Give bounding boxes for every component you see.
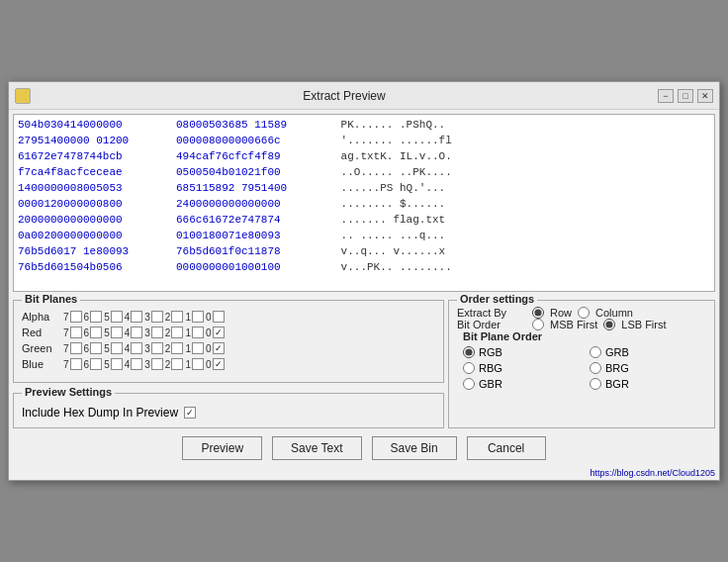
bit-checkbox[interactable] [213, 342, 225, 354]
msb-first-label: MSB First [550, 319, 597, 330]
bit-checkbox[interactable] [90, 342, 102, 354]
bit-planes-title: Bit Planes [22, 293, 80, 305]
bit-number: 0 [206, 312, 212, 323]
bit-checkbox[interactable] [90, 327, 102, 338]
bit-number: 2 [165, 359, 171, 370]
bit-checkbox[interactable] [70, 342, 82, 354]
bit-item: 4 [125, 358, 143, 370]
bpo-radio[interactable] [590, 346, 601, 358]
bit-item: 7 [63, 358, 82, 370]
bit-checkbox[interactable] [151, 327, 163, 338]
bit-checkbox[interactable] [171, 327, 183, 338]
app-icon [15, 88, 31, 104]
bit-number: 7 [63, 312, 69, 323]
bit-checkbox[interactable] [111, 358, 123, 370]
bit-number: 0 [206, 359, 212, 370]
table-row: 76b5d6017 1e80093 76b5d601f0c11878 v..q.… [18, 243, 710, 259]
bit-item: 2 [165, 342, 184, 354]
bit-checkbox[interactable] [151, 311, 163, 323]
maximize-button[interactable]: □ [678, 89, 693, 103]
preview-col2: 0500504b01021f00 [176, 164, 334, 180]
bit-checkbox[interactable] [131, 358, 142, 370]
bpo-radio[interactable] [590, 378, 601, 390]
preview-col2: 2400000000000000 [176, 196, 334, 212]
bpo-radio[interactable] [463, 378, 475, 390]
bpo-label: BRG [605, 362, 629, 374]
bit-checkbox[interactable] [70, 358, 82, 370]
cancel-button[interactable]: Cancel [467, 436, 546, 460]
bit-checkbox[interactable] [213, 358, 225, 370]
preview-col3: ag.txtK. IL.v..O. [334, 148, 452, 164]
bit-checkbox[interactable] [151, 358, 163, 370]
bit-number: 0 [206, 343, 212, 354]
extract-by-row-radio[interactable] [532, 307, 544, 319]
preview-area[interactable]: 504b030414000000 08000503685 11589 PK...… [13, 114, 715, 292]
bpo-radio[interactable] [463, 346, 475, 358]
bit-item: 1 [185, 342, 204, 354]
bit-number: 6 [84, 328, 90, 338]
bit-row-label: Green [22, 342, 61, 354]
bit-checkbox[interactable] [171, 311, 183, 323]
table-row: 0a00200000000000 0100180071e80093 .. ...… [18, 228, 710, 243]
bpo-item: BRG [590, 362, 706, 374]
bit-checkbox[interactable] [171, 342, 183, 354]
preview-col3: '....... ......fl [334, 133, 452, 148]
bit-checkbox[interactable] [151, 342, 163, 354]
bit-number: 1 [185, 359, 191, 370]
bit-number: 0 [206, 328, 212, 338]
footer: Preview Save Text Save Bin Cancel [9, 428, 719, 468]
table-row: 504b030414000000 08000503685 11589 PK...… [18, 117, 710, 133]
bit-item: 4 [125, 311, 143, 323]
bit-row-label: Red [22, 327, 61, 338]
bit-checkbox[interactable] [171, 358, 183, 370]
msb-first-radio[interactable] [532, 319, 544, 330]
bit-planes-content: Alpha76543210Red76543210Green76543210Blu… [22, 311, 435, 370]
bit-number: 3 [144, 328, 150, 338]
lsb-first-radio[interactable] [603, 319, 615, 330]
bit-checkbox[interactable] [70, 311, 82, 323]
bit-checkbox[interactable] [192, 311, 204, 323]
bit-checkbox[interactable] [131, 342, 142, 354]
bit-checkbox[interactable] [111, 342, 123, 354]
bit-checkbox[interactable] [192, 342, 204, 354]
extract-by-label: Extract By [457, 307, 526, 319]
bit-checkbox[interactable] [213, 311, 225, 323]
extract-by-col-radio[interactable] [578, 307, 590, 319]
bit-checkbox[interactable] [70, 327, 82, 338]
table-row: 76b5d601504b0506 0000000001000100 v...PK… [18, 259, 710, 275]
preview-col3: ..O..... ..PK.... [334, 164, 452, 180]
bit-checkbox[interactable] [131, 311, 142, 323]
bit-number: 6 [84, 359, 90, 370]
include-hex-checkbox[interactable] [184, 407, 196, 419]
bit-checkbox[interactable] [192, 327, 204, 338]
bit-checkbox[interactable] [111, 327, 123, 338]
bit-checkbox[interactable] [192, 358, 204, 370]
bit-item: 2 [165, 327, 184, 338]
bpo-radio[interactable] [590, 362, 601, 374]
bit-order-row: Bit Order MSB First LSB First [457, 319, 706, 330]
save-bin-button[interactable]: Save Bin [372, 436, 457, 460]
close-button[interactable]: ✕ [697, 89, 713, 103]
table-row: 61672e7478744bcb 494caf76cfcf4f89 ag.txt… [18, 148, 710, 164]
bit-checkbox[interactable] [111, 311, 123, 323]
preview-col1: 0a00200000000000 [18, 228, 176, 243]
order-settings-content: Extract By Row Column Bit Order MSB Firs… [457, 307, 706, 390]
bpo-item: GRB [590, 346, 706, 358]
save-text-button[interactable]: Save Text [272, 436, 361, 460]
bpo-radio[interactable] [463, 362, 475, 374]
bit-checkbox[interactable] [90, 358, 102, 370]
bit-checkbox[interactable] [90, 311, 102, 323]
bit-item: 2 [165, 311, 184, 323]
bit-number: 7 [63, 343, 69, 354]
preview-col3: v..q... v......x [334, 243, 445, 259]
bit-number: 4 [125, 343, 131, 354]
right-panel: Order settings Extract By Row Column Bit… [448, 300, 715, 428]
bit-checkbox[interactable] [213, 327, 225, 338]
preview-col1: 27951400000 01200 [18, 133, 176, 148]
preview-col3: .. ..... ...q... [334, 228, 445, 243]
bit-item: 0 [206, 311, 225, 323]
preview-button[interactable]: Preview [182, 436, 262, 460]
minimize-button[interactable]: − [658, 89, 674, 103]
bit-checkbox[interactable] [131, 327, 142, 338]
preview-col3: ......PS hQ.'... [334, 180, 445, 196]
